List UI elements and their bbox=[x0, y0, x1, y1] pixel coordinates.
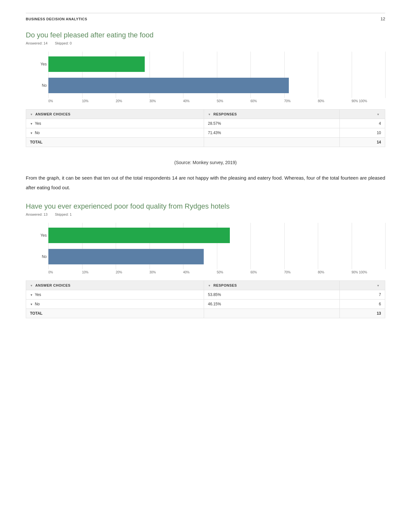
chart1-table: ▼ ANSWER CHOICES ▼ RESPONSES ▼ ▼Yes 28.5… bbox=[26, 109, 385, 147]
col2-dropdown-icon[interactable]: ▼ bbox=[208, 113, 211, 116]
chart2-meta: Answered: 13 Skipped: 1 bbox=[26, 212, 385, 216]
page-header: BUSINESS DECISION ANALYTICS 12 bbox=[26, 13, 385, 21]
table1-row1-choice: ▼Yes bbox=[26, 119, 204, 128]
table2-col1-dropdown-icon[interactable]: ▼ bbox=[30, 284, 33, 287]
chart2-bar-no: No bbox=[48, 249, 385, 264]
table2-col3-dropdown-icon[interactable]: ▼ bbox=[377, 284, 380, 287]
table1-row2-choice: ▼No bbox=[26, 128, 204, 138]
table2-total-empty bbox=[204, 309, 339, 318]
chart1-no-bar bbox=[48, 78, 289, 93]
table1-row1-pct: 28.57% bbox=[204, 119, 339, 128]
table-row: ▼No 71.43% 10 bbox=[26, 128, 385, 138]
table2-total-count: 13 bbox=[340, 309, 385, 318]
chart2-bar-yes: Yes bbox=[48, 228, 385, 243]
chart2-x-axis: 0% 10% 20% 30% 40% 50% 60% 70% 80% 90% 1… bbox=[48, 271, 385, 274]
table2-row2-pct: 46.15% bbox=[204, 300, 339, 309]
col1-dropdown-icon[interactable]: ▼ bbox=[30, 113, 33, 116]
table2-row1-count: 7 bbox=[340, 290, 385, 300]
table2-row2-choice: ▼No bbox=[26, 300, 204, 309]
table-row: ▼Yes 53.85% 7 bbox=[26, 290, 385, 300]
table1-col2-header: ▼ RESPONSES bbox=[204, 110, 339, 119]
table2-total-label: TOTAL bbox=[26, 309, 204, 318]
table2-col2-header: ▼ RESPONSES bbox=[204, 281, 339, 290]
table1-col1-header: ▼ ANSWER CHOICES bbox=[26, 110, 204, 119]
table1-row2-count: 10 bbox=[340, 128, 385, 138]
table-row: ▼Yes 28.57% 4 bbox=[26, 119, 385, 128]
table2-row1-pct: 53.85% bbox=[204, 290, 339, 300]
document-title: BUSINESS DECISION ANALYTICS bbox=[26, 17, 87, 21]
table1-total-row: TOTAL 14 bbox=[26, 138, 385, 147]
chart1-bar-no: No bbox=[48, 78, 385, 93]
chart2-table: ▼ ANSWER CHOICES ▼ RESPONSES ▼ ▼Yes 53.8… bbox=[26, 281, 385, 318]
chart2-visual: Yes No 0% 10% 20% 30% 40% 50% 60% 70% bbox=[26, 223, 385, 274]
table2-total-row: TOTAL 13 bbox=[26, 309, 385, 318]
chart2-yes-bar bbox=[48, 228, 230, 243]
chart2-skipped: Skipped: 1 bbox=[55, 212, 72, 216]
chart1-yes-bar bbox=[48, 56, 145, 72]
table2-row1-choice: ▼Yes bbox=[26, 290, 204, 300]
chart2-no-bar bbox=[48, 249, 204, 264]
col3-dropdown-icon[interactable]: ▼ bbox=[377, 113, 380, 116]
body-paragraph: From the graph, it can be seen that ten … bbox=[26, 173, 385, 192]
chart1-title: Do you feel pleased after eating the foo… bbox=[26, 31, 385, 39]
table1-total-count: 14 bbox=[340, 138, 385, 147]
page-number: 12 bbox=[381, 16, 385, 21]
table1-row2-pct: 71.43% bbox=[204, 128, 339, 138]
chart1-meta: Answered: 14 Skipped: 0 bbox=[26, 41, 385, 45]
chart2-answered: Answered: 13 bbox=[26, 212, 47, 216]
table2-row2-arrow-icon[interactable]: ▼ bbox=[30, 303, 33, 306]
table1-col3-header: ▼ bbox=[340, 110, 385, 119]
table2-col2-dropdown-icon[interactable]: ▼ bbox=[208, 284, 211, 287]
table-row: ▼No 46.15% 6 bbox=[26, 300, 385, 309]
chart1-bar-yes: Yes bbox=[48, 56, 385, 72]
chart2-section: Have you ever experienced poor food qual… bbox=[26, 202, 385, 318]
table2-row1-arrow-icon[interactable]: ▼ bbox=[30, 293, 33, 297]
chart1-answered: Answered: 14 bbox=[26, 41, 47, 45]
table1-total-label: TOTAL bbox=[26, 138, 204, 147]
row1-arrow-icon[interactable]: ▼ bbox=[30, 122, 33, 125]
table2-row2-count: 6 bbox=[340, 300, 385, 309]
chart1-x-axis: 0% 10% 20% 30% 40% 50% 60% 70% 80% 90% 1… bbox=[48, 99, 385, 103]
chart1-visual: Yes No 0% 10% 20% 30% 40% 50% 60% 70% bbox=[26, 52, 385, 103]
table1-row1-count: 4 bbox=[340, 119, 385, 128]
source-citation: (Source: Monkey survey, 2019) bbox=[26, 160, 385, 165]
table2-col3-header: ▼ bbox=[340, 281, 385, 290]
chart1-section: Do you feel pleased after eating the foo… bbox=[26, 31, 385, 147]
table1-total-empty bbox=[204, 138, 339, 147]
row2-arrow-icon[interactable]: ▼ bbox=[30, 132, 33, 135]
table2-col1-header: ▼ ANSWER CHOICES bbox=[26, 281, 204, 290]
chart2-title: Have you ever experienced poor food qual… bbox=[26, 202, 385, 211]
chart1-skipped: Skipped: 0 bbox=[55, 41, 72, 45]
